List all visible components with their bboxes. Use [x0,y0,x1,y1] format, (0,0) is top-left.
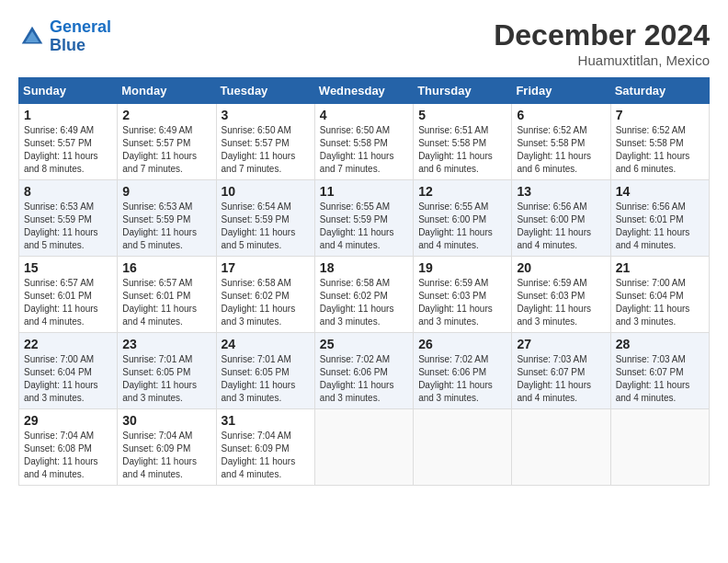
table-row: 11Sunrise: 6:55 AMSunset: 5:59 PMDayligh… [314,180,413,257]
table-row: 18Sunrise: 6:58 AMSunset: 6:02 PMDayligh… [314,257,413,333]
location: Huamuxtitlan, Mexico [494,52,710,68]
week-row: 15Sunrise: 6:57 AMSunset: 6:01 PMDayligh… [19,257,710,333]
table-row: 16Sunrise: 6:57 AMSunset: 6:01 PMDayligh… [118,257,216,333]
table-row: 17Sunrise: 6:58 AMSunset: 6:02 PMDayligh… [216,257,314,333]
week-row: 29Sunrise: 7:04 AMSunset: 6:08 PMDayligh… [19,409,710,486]
table-row: 19Sunrise: 6:59 AMSunset: 6:03 PMDayligh… [414,257,512,333]
table-row: 26Sunrise: 7:02 AMSunset: 6:06 PMDayligh… [414,333,512,409]
table-row [512,409,610,486]
calendar-table: Sunday Monday Tuesday Wednesday Thursday… [18,77,710,486]
month-title: December 2024 [494,18,710,52]
table-row: 8Sunrise: 6:53 AMSunset: 5:59 PMDaylight… [19,180,118,257]
logo-line2: Blue [50,36,85,54]
table-row: 1Sunrise: 6:49 AMSunset: 5:57 PMDaylight… [19,104,118,180]
table-row: 25Sunrise: 7:02 AMSunset: 6:06 PMDayligh… [314,333,413,409]
col-wednesday: Wednesday [314,78,413,104]
table-row: 27Sunrise: 7:03 AMSunset: 6:07 PMDayligh… [512,333,610,409]
table-row: 10Sunrise: 6:54 AMSunset: 5:59 PMDayligh… [216,180,314,257]
col-sunday: Sunday [19,78,118,104]
table-row: 28Sunrise: 7:03 AMSunset: 6:07 PMDayligh… [610,333,709,409]
table-row: 30Sunrise: 7:04 AMSunset: 6:09 PMDayligh… [118,409,216,486]
table-row: 23Sunrise: 7:01 AMSunset: 6:05 PMDayligh… [118,333,216,409]
logo-line1: General [50,17,111,36]
col-thursday: Thursday [414,78,512,104]
table-row: 21Sunrise: 7:00 AMSunset: 6:04 PMDayligh… [610,257,709,333]
logo-text: General Blue [50,18,111,55]
col-saturday: Saturday [610,78,709,104]
table-row: 9Sunrise: 6:53 AMSunset: 5:59 PMDaylight… [118,180,216,257]
week-row: 8Sunrise: 6:53 AMSunset: 5:59 PMDaylight… [19,180,710,257]
table-row: 20Sunrise: 6:59 AMSunset: 6:03 PMDayligh… [512,257,610,333]
logo-icon [18,23,46,51]
week-row: 22Sunrise: 7:00 AMSunset: 6:04 PMDayligh… [19,333,710,409]
col-monday: Monday [118,78,216,104]
table-row: 6Sunrise: 6:52 AMSunset: 5:58 PMDaylight… [512,104,610,180]
table-row [610,409,709,486]
table-row [414,409,512,486]
table-row: 24Sunrise: 7:01 AMSunset: 6:05 PMDayligh… [216,333,314,409]
col-friday: Friday [512,78,610,104]
table-row: 5Sunrise: 6:51 AMSunset: 5:58 PMDaylight… [414,104,512,180]
table-row: 13Sunrise: 6:56 AMSunset: 6:00 PMDayligh… [512,180,610,257]
table-row: 7Sunrise: 6:52 AMSunset: 5:58 PMDaylight… [610,104,709,180]
table-row: 3Sunrise: 6:50 AMSunset: 5:57 PMDaylight… [216,104,314,180]
table-row: 2Sunrise: 6:49 AMSunset: 5:57 PMDaylight… [118,104,216,180]
table-row: 4Sunrise: 6:50 AMSunset: 5:58 PMDaylight… [314,104,413,180]
col-tuesday: Tuesday [216,78,314,104]
table-row: 31Sunrise: 7:04 AMSunset: 6:09 PMDayligh… [216,409,314,486]
table-row: 22Sunrise: 7:00 AMSunset: 6:04 PMDayligh… [19,333,118,409]
title-block: December 2024 Huamuxtitlan, Mexico [494,18,710,68]
logo: General Blue [18,18,111,55]
header-row: Sunday Monday Tuesday Wednesday Thursday… [19,78,710,104]
table-row: 14Sunrise: 6:56 AMSunset: 6:01 PMDayligh… [610,180,709,257]
week-row: 1Sunrise: 6:49 AMSunset: 5:57 PMDaylight… [19,104,710,180]
table-row: 12Sunrise: 6:55 AMSunset: 6:00 PMDayligh… [414,180,512,257]
table-row: 15Sunrise: 6:57 AMSunset: 6:01 PMDayligh… [19,257,118,333]
table-row [314,409,413,486]
table-row: 29Sunrise: 7:04 AMSunset: 6:08 PMDayligh… [19,409,118,486]
page-header: General Blue December 2024 Huamuxtitlan,… [18,18,710,68]
